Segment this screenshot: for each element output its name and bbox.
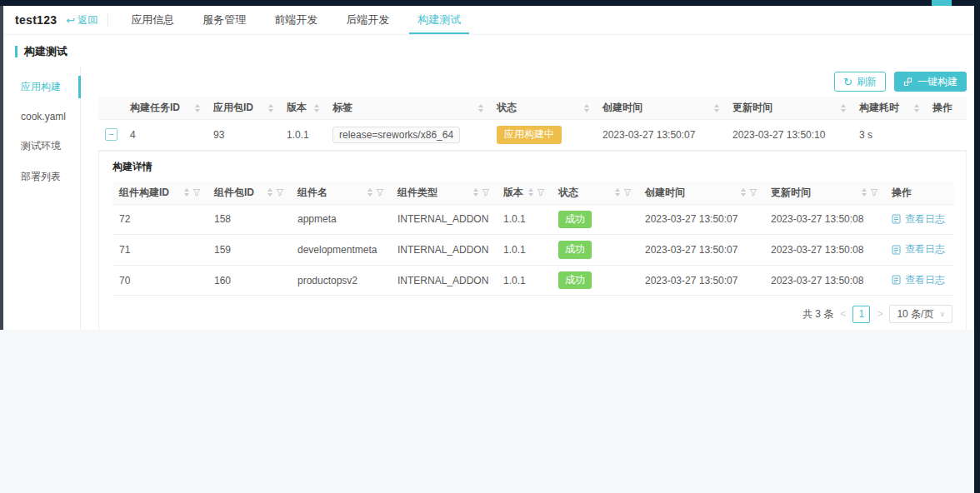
cell-comp-package-id: 158 <box>208 204 291 235</box>
col-comp-status: 状态 <box>552 182 638 205</box>
cell-comp-build-id: 71 <box>112 235 208 266</box>
sort-icon[interactable] <box>584 104 589 112</box>
sort-icon[interactable] <box>741 188 746 197</box>
col-comp-created: 创建时间 <box>638 182 764 205</box>
app-window: test123 ↩ 返回 应用信息 服务管理 前端开发 后端开发 构建测试 构建… <box>3 6 974 330</box>
status-badge-success: 成功 <box>558 211 592 229</box>
collapse-row-button[interactable]: − <box>105 128 118 141</box>
sort-icon[interactable] <box>368 188 372 197</box>
col-tag: 标签 <box>326 97 490 120</box>
window-frame-top <box>0 0 980 6</box>
cell-version: 1.0.1 <box>280 120 326 151</box>
cell-comp-created: 2023-03-27 13:50:07 <box>638 235 764 266</box>
col-comp-updated: 更新时间 <box>764 182 885 205</box>
cell-comp-updated: 2023-03-27 13:50:08 <box>764 235 885 266</box>
cell-comp-build-id: 72 <box>112 204 208 235</box>
filter-icon[interactable] <box>749 188 758 197</box>
one-click-build-button[interactable]: 一键构建 <box>894 72 967 92</box>
refresh-label: 刷新 <box>857 77 877 87</box>
sort-icon[interactable] <box>195 104 200 112</box>
cell-comp-type: INTERNAL_ADDON <box>391 265 497 296</box>
sort-icon[interactable] <box>473 188 478 197</box>
tab-frontend-dev[interactable]: 前端开发 <box>260 6 332 34</box>
refresh-button[interactable]: ↻ 刷新 <box>834 72 886 92</box>
sidebar-item-app-build[interactable]: 应用构建 <box>3 72 80 102</box>
sort-icon[interactable] <box>268 188 272 197</box>
top-tabs: 应用信息 服务管理 前端开发 后端开发 构建测试 <box>117 6 475 34</box>
log-file-icon <box>892 245 901 255</box>
sort-icon[interactable] <box>184 188 189 197</box>
page-number[interactable]: 1 <box>852 306 870 323</box>
cell-created: 2023-03-27 13:50:07 <box>596 120 726 151</box>
cell-comp-build-id: 70 <box>112 265 208 296</box>
filter-icon[interactable] <box>482 188 490 197</box>
component-row: 71 159 developmentmeta INTERNAL_ADDON 1.… <box>112 235 954 266</box>
sort-icon[interactable] <box>615 188 620 197</box>
sort-icon[interactable] <box>714 104 719 112</box>
col-package-id: 应用包ID <box>207 97 280 120</box>
col-comp-type: 组件类型 <box>391 182 497 205</box>
sort-icon[interactable] <box>528 188 533 197</box>
filter-icon[interactable] <box>376 188 384 197</box>
page-background <box>0 330 974 493</box>
sidebar-item-deploy-list[interactable]: 部署列表 <box>3 162 80 192</box>
filter-icon[interactable] <box>537 188 545 197</box>
page-size-select[interactable]: 10 条/页∨ <box>889 305 952 323</box>
cell-comp-name: developmentmeta <box>291 235 391 266</box>
window-frame-right <box>974 0 980 493</box>
cell-comp-name: appmeta <box>291 204 391 235</box>
prev-page-button[interactable]: < <box>840 309 846 319</box>
status-badge-success: 成功 <box>558 241 592 259</box>
col-comp-package-id: 组件包ID <box>208 182 291 205</box>
cell-comp-type: INTERNAL_ADDON <box>391 235 497 266</box>
view-log-link[interactable]: 查看日志 <box>892 273 945 287</box>
filter-icon[interactable] <box>870 188 878 197</box>
cell-comp-version: 1.0.1 <box>497 235 552 266</box>
component-build-table: 组件构建ID 组件包ID 组件名 组件类型 版本 状态 创建时间 更新时间 操作… <box>112 182 954 296</box>
col-created: 创建时间 <box>596 97 726 120</box>
log-file-icon <box>892 214 901 224</box>
view-log-link[interactable]: 查看日志 <box>892 242 945 256</box>
col-updated: 更新时间 <box>726 97 852 120</box>
sort-icon[interactable] <box>478 104 483 112</box>
tab-build-test[interactable]: 构建测试 <box>403 6 475 34</box>
cell-comp-version: 1.0.1 <box>497 265 552 296</box>
col-status: 状态 <box>490 97 596 120</box>
log-file-icon <box>892 275 901 285</box>
view-log-link[interactable]: 查看日志 <box>892 212 945 227</box>
section-title: 构建测试 <box>24 44 68 59</box>
sort-icon[interactable] <box>314 104 319 112</box>
section-header: 构建测试 <box>3 35 81 67</box>
sort-icon[interactable] <box>862 188 867 197</box>
cell-comp-created: 2023-03-27 13:50:07 <box>638 204 764 235</box>
col-version: 版本 <box>280 97 326 120</box>
build-table-header-row: 构建任务ID 应用包ID 版本 标签 状态 创建时间 更新时间 构建耗时 操作 <box>98 97 967 120</box>
col-actions: 操作 <box>926 97 967 120</box>
component-row: 70 160 productopsv2 INTERNAL_ADDON 1.0.1… <box>112 265 954 296</box>
cell-duration: 3 s <box>852 120 926 151</box>
tab-backend-dev[interactable]: 后端开发 <box>332 6 403 34</box>
release-tag: release=sreworks/x86_64 <box>332 127 460 143</box>
detail-title: 构建详情 <box>112 160 952 174</box>
tab-service-management[interactable]: 服务管理 <box>188 6 260 34</box>
cell-updated: 2023-03-27 13:50:10 <box>726 120 852 151</box>
page-body: 构建测试 应用构建 cook.yaml 测试环境 部署列表 ↻ 刷新 一键构建 <box>3 35 974 329</box>
filter-icon[interactable] <box>276 188 284 197</box>
col-comp-version: 版本 <box>497 182 552 205</box>
cell-comp-version: 1.0.1 <box>497 204 552 235</box>
col-duration: 构建耗时 <box>852 97 926 120</box>
cell-comp-package-id: 160 <box>208 265 291 296</box>
sidebar-item-cook-yaml[interactable]: cook.yaml <box>3 102 80 131</box>
filter-icon[interactable] <box>192 188 201 197</box>
back-label: 返回 <box>78 13 98 27</box>
sort-icon[interactable] <box>268 104 273 112</box>
toolbar: ↻ 刷新 一键构建 <box>98 72 967 92</box>
sidebar-item-test-env[interactable]: 测试环境 <box>3 131 80 162</box>
frame-accent-chip <box>932 0 952 6</box>
sort-icon[interactable] <box>914 104 919 112</box>
next-page-button[interactable]: > <box>877 309 882 319</box>
tab-app-info[interactable]: 应用信息 <box>117 6 188 34</box>
filter-icon[interactable] <box>623 188 632 197</box>
back-button[interactable]: ↩ 返回 <box>66 13 98 27</box>
sort-icon[interactable] <box>841 104 846 112</box>
